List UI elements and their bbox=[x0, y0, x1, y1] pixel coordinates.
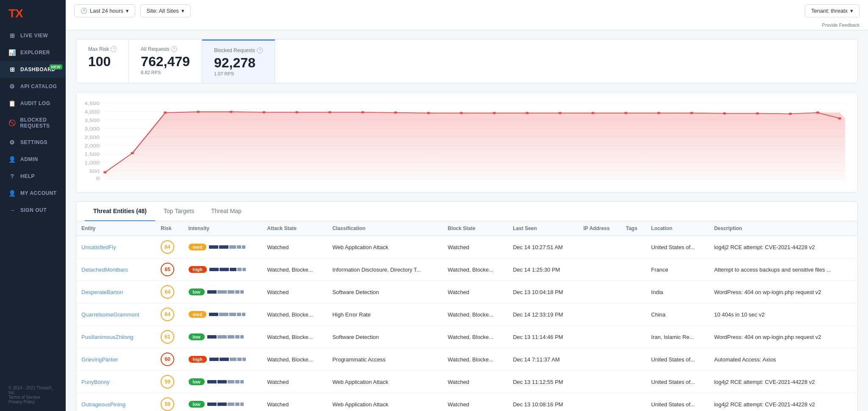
svg-point-27 bbox=[295, 111, 299, 113]
col-risk: Risk bbox=[156, 221, 183, 236]
entity-link[interactable]: UnsatisfiedFly bbox=[81, 244, 116, 250]
entity-link[interactable]: PunyBonny bbox=[81, 379, 110, 385]
time-filter-label: Last 24 hours bbox=[90, 8, 123, 14]
live-view-label: LIVE VIEW bbox=[20, 33, 48, 39]
intensity-segment bbox=[209, 245, 218, 249]
site-filter-label: Site: All Sites bbox=[147, 8, 179, 14]
risk-cell: 65 bbox=[156, 258, 183, 281]
risk-badge: 64 bbox=[161, 308, 174, 321]
max-risk-value: 100 bbox=[88, 55, 117, 68]
all-requests-label: All Requests ? bbox=[141, 46, 190, 52]
severity-pill: low bbox=[189, 333, 205, 340]
intensity-segment bbox=[228, 380, 234, 383]
time-filter-button[interactable]: 🕐 Last 24 hours ▾ bbox=[74, 4, 135, 17]
sidebar-item-blocked-requests[interactable]: 🚫 BLOCKED REQUESTS bbox=[0, 112, 66, 134]
privacy-link[interactable]: Privacy Policy bbox=[8, 400, 35, 404]
tab-threat-map[interactable]: Threat Map bbox=[203, 202, 250, 221]
blocked-requests-rps: 1.07 RPS bbox=[214, 71, 263, 76]
tab-top-targets[interactable]: Top Targets bbox=[155, 202, 203, 221]
intensity-cell: med bbox=[184, 303, 262, 326]
intensity-segment bbox=[220, 358, 229, 361]
terms-link[interactable]: Terms of Service bbox=[8, 395, 40, 400]
intensity-segment bbox=[240, 335, 244, 339]
ip-address-cell bbox=[578, 281, 620, 303]
table-wrapper: EntityRiskIntensityAttack StateClassific… bbox=[76, 221, 857, 411]
sidebar-nav: ⊞ LIVE VIEW 📊 EXPLORER ⊞ DASHBOARD NEW ⚙… bbox=[0, 27, 66, 379]
svg-point-40 bbox=[723, 112, 726, 114]
entity-cell: QuarrelsomeGrammont bbox=[76, 303, 156, 326]
sidebar-item-admin[interactable]: 👤 ADMIN bbox=[0, 151, 66, 168]
classification-cell: High Error Rate bbox=[327, 303, 442, 326]
intensity-segment bbox=[237, 358, 242, 361]
sidebar-item-api-catalog[interactable]: ⚙ API CATALOG bbox=[0, 78, 66, 95]
intensity-segment bbox=[209, 358, 219, 361]
severity-pill: high bbox=[189, 266, 207, 273]
intensity-bar bbox=[207, 290, 244, 294]
table-row: DesperateBarton64 low WatchedSoftware De… bbox=[76, 281, 857, 303]
intensity-bar bbox=[209, 358, 246, 361]
audit-log-icon: 📋 bbox=[8, 100, 16, 107]
sidebar-item-live-view[interactable]: ⊞ LIVE VIEW bbox=[0, 27, 66, 44]
svg-point-25 bbox=[229, 111, 233, 113]
description-cell: 10 404s in 10 sec v2 bbox=[709, 303, 857, 326]
classification-cell: Web Application Attack bbox=[327, 371, 442, 393]
location-cell: India bbox=[646, 281, 709, 303]
sign-out-label: SIGN OUT bbox=[20, 207, 47, 213]
tenant-button[interactable]: Tenant: threatx ▾ bbox=[805, 4, 860, 17]
severity-pill: high bbox=[189, 356, 207, 363]
intensity-segment bbox=[242, 313, 245, 316]
tab-threat-entities[interactable]: Threat Entities (48) bbox=[85, 202, 155, 221]
chevron-down-icon-tenant: ▾ bbox=[850, 8, 853, 14]
col-intensity: Intensity bbox=[184, 221, 262, 236]
risk-cell: 61 bbox=[156, 326, 183, 348]
last-seen-cell: Dec 14 10:27:51 AM bbox=[508, 236, 578, 258]
blocked-requests-info-icon[interactable]: ? bbox=[257, 47, 263, 53]
blocked-requests-value: 92,278 bbox=[214, 56, 263, 69]
intensity-segment bbox=[235, 403, 239, 406]
attack-state-cell: Watched, Blocke... bbox=[262, 303, 327, 326]
site-filter-button[interactable]: Site: All Sites ▾ bbox=[140, 4, 191, 17]
entity-cell: DesperateBarton bbox=[76, 281, 156, 303]
entity-link[interactable]: DesperateBarton bbox=[81, 289, 123, 295]
all-requests-info-icon[interactable]: ? bbox=[171, 46, 177, 52]
classification-cell: Software Detection bbox=[327, 281, 442, 303]
blocked-requests-icon: 🚫 bbox=[8, 119, 16, 126]
sidebar-item-dashboard[interactable]: ⊞ DASHBOARD NEW bbox=[0, 61, 66, 78]
sidebar-item-my-account[interactable]: 👤 MY ACCOUNT bbox=[0, 185, 66, 202]
entity-link[interactable]: OutrageousPining bbox=[81, 401, 125, 408]
intensity-segment bbox=[207, 380, 217, 383]
feedback-link[interactable]: Provide Feedback bbox=[66, 22, 868, 30]
attack-state-cell: Watched bbox=[262, 393, 327, 411]
my-account-icon: 👤 bbox=[8, 190, 16, 197]
intensity-cell: low bbox=[184, 326, 262, 348]
sidebar-footer: © 2014 - 2021 ThreatX, Inc. Terms of Ser… bbox=[0, 379, 66, 411]
ip-address-cell bbox=[578, 371, 620, 393]
sidebar-item-audit-log[interactable]: 📋 AUDIT LOG bbox=[0, 95, 66, 112]
classification-cell: Software Detection bbox=[327, 326, 442, 348]
risk-cell: 59 bbox=[156, 393, 183, 411]
sidebar-item-help[interactable]: ? HELP bbox=[0, 168, 66, 185]
last-seen-cell: Dec 14 1:25:30 PM bbox=[508, 258, 578, 281]
tabs-section: Threat Entities (48)Top TargetsThreat Ma… bbox=[76, 201, 858, 411]
svg-point-42 bbox=[789, 113, 792, 115]
block-state-cell: Watched bbox=[442, 281, 508, 303]
last-seen-cell: Dec 14 12:33:19 PM bbox=[508, 303, 578, 326]
entity-link[interactable]: GrievingParker bbox=[81, 356, 118, 363]
requests-chart: 4,500 4,000 3,500 3,000 2,500 2,000 1,50… bbox=[83, 99, 851, 184]
max-risk-info-icon[interactable]: ? bbox=[111, 46, 117, 52]
risk-badge: 64 bbox=[161, 285, 174, 299]
tenant-label: Tenant: threatx bbox=[811, 8, 848, 14]
svg-marker-20 bbox=[105, 112, 845, 180]
svg-point-23 bbox=[164, 111, 167, 114]
svg-text:1,500: 1,500 bbox=[84, 152, 100, 157]
entity-link[interactable]: DetachedMontbars bbox=[81, 267, 128, 273]
dashboard-badge: NEW bbox=[50, 64, 63, 69]
blocked-requests-label: BLOCKED REQUESTS bbox=[20, 117, 58, 129]
entity-link[interactable]: QuarrelsomeGrammont bbox=[81, 311, 139, 318]
sidebar-item-sign-out[interactable]: → SIGN OUT bbox=[0, 202, 66, 219]
intensity-segment bbox=[228, 335, 234, 339]
entity-link[interactable]: PusillanimousZhilong bbox=[81, 334, 134, 340]
sidebar-item-explorer[interactable]: 📊 EXPLORER bbox=[0, 44, 66, 61]
intensity-container: med bbox=[189, 244, 257, 250]
sidebar-item-settings[interactable]: ⚙ SETTINGS bbox=[0, 134, 66, 151]
